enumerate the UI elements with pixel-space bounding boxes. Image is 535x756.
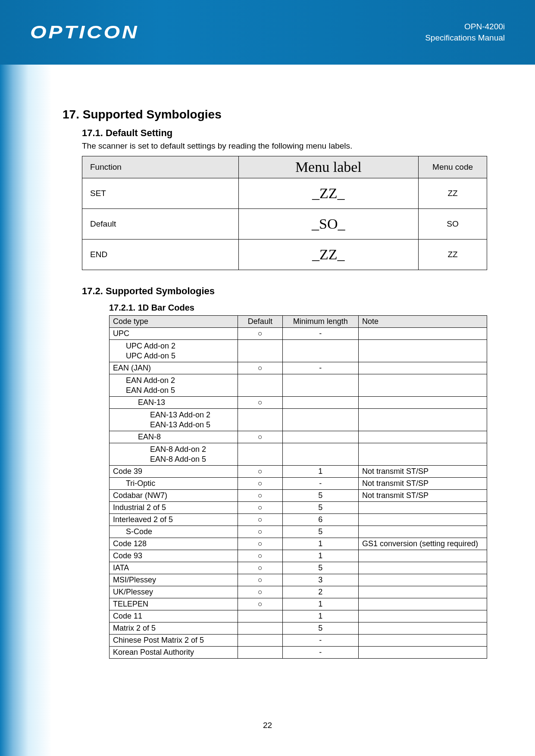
- cell-default: [238, 374, 282, 397]
- table-row: Default_SO_SO: [82, 209, 487, 240]
- manual-subtitle: Specifications Manual: [425, 32, 505, 44]
- cell-code-type: Industrial 2 of 5: [110, 502, 238, 514]
- table-row: EAN-13 Add-on 2EAN-13 Add-on 5: [110, 409, 487, 431]
- symbologies-table: Code type Default Minimum length Note UP…: [109, 315, 487, 659]
- table-row: SET_ZZ_ZZ: [82, 178, 487, 209]
- cell-menu-code: ZZ: [419, 240, 487, 270]
- cell-default: [238, 610, 282, 622]
- cell-code-type: Code 11: [110, 610, 238, 622]
- table-row: EAN-8 Add-on 2EAN-8 Add-on 5: [110, 443, 487, 466]
- cell-menu-label: _ZZ_: [238, 178, 419, 209]
- cell-note: [358, 562, 487, 574]
- cell-min-length: [282, 443, 358, 466]
- cell-note: [358, 550, 487, 562]
- cell-default: [238, 647, 282, 659]
- cell-code-type: Chinese Post Matrix 2 of 5: [110, 635, 238, 647]
- col-menu-code: Menu code: [419, 156, 487, 178]
- cell-function: Default: [82, 209, 239, 240]
- cell-default: ○: [238, 478, 282, 490]
- cell-min-length: 1: [282, 610, 358, 622]
- cell-min-length: 5: [282, 526, 358, 538]
- cell-code-type: EAN-8 Add-on 2EAN-8 Add-on 5: [110, 443, 238, 466]
- cell-menu-label: _SO_: [238, 209, 419, 240]
- cell-code-type: Matrix 2 of 5: [110, 622, 238, 635]
- cell-default: [238, 409, 282, 431]
- cell-min-length: [282, 340, 358, 362]
- cell-note: [358, 502, 487, 514]
- cell-min-length: 1: [282, 598, 358, 610]
- table-row: Industrial 2 of 5○5: [110, 502, 487, 514]
- cell-code-type: Interleaved 2 of 5: [110, 514, 238, 526]
- cell-code-type: IATA: [110, 562, 238, 574]
- cell-note: [358, 514, 487, 526]
- cell-default: ○: [238, 562, 282, 574]
- col-function: Function: [82, 156, 239, 178]
- page-number: 22: [0, 721, 535, 730]
- cell-default: ○: [238, 514, 282, 526]
- cell-code-type: MSI/Plessey: [110, 574, 238, 586]
- table-row: EAN-8○: [110, 431, 487, 443]
- cell-function: SET: [82, 178, 239, 209]
- product-name: OPN-4200i: [425, 21, 505, 32]
- cell-note: [358, 598, 487, 610]
- table-row: S-Code○5: [110, 526, 487, 538]
- table-row: EAN (JAN)○-: [110, 362, 487, 374]
- subsection-17-1-intro: The scanner is set to default settings b…: [82, 141, 496, 151]
- cell-note: [358, 340, 487, 362]
- cell-min-length: [282, 431, 358, 443]
- cell-default: [238, 443, 282, 466]
- cell-default: ○: [238, 574, 282, 586]
- table-row: Code 111: [110, 610, 487, 622]
- cell-code-type: Code 39: [110, 466, 238, 478]
- cell-min-length: [282, 409, 358, 431]
- cell-note: [358, 610, 487, 622]
- cell-note: [358, 397, 487, 409]
- brand-logo: OPTICON: [30, 22, 139, 43]
- page: OPTICON OPN-4200i Specifications Manual …: [0, 0, 535, 756]
- cell-code-type: EAN (JAN): [110, 362, 238, 374]
- cell-code-type: EAN-8: [110, 431, 238, 443]
- cell-min-length: 6: [282, 514, 358, 526]
- cell-note: Not transmit ST/SP: [358, 490, 487, 502]
- subsection-17-1-title: 17.1. Default Setting: [82, 128, 496, 139]
- cell-menu-code: ZZ: [419, 178, 487, 209]
- table-row: Tri-Optic○-Not transmit ST/SP: [110, 478, 487, 490]
- cell-default: ○: [238, 538, 282, 550]
- cell-code-type: Code 93: [110, 550, 238, 562]
- table-header-row: Code type Default Minimum length Note: [110, 316, 487, 328]
- cell-min-length: 5: [282, 622, 358, 635]
- table-row: Korean Postal Authority-: [110, 647, 487, 659]
- cell-default: ○: [238, 598, 282, 610]
- cell-min-length: 1: [282, 538, 358, 550]
- section-title: 17. Supported Symbologies: [63, 108, 496, 121]
- cell-default: [238, 340, 282, 362]
- cell-code-type: Korean Postal Authority: [110, 647, 238, 659]
- table-row: UPC Add-on 2UPC Add-on 5: [110, 340, 487, 362]
- cell-default: ○: [238, 397, 282, 409]
- cell-menu-code: SO: [419, 209, 487, 240]
- cell-note: [358, 586, 487, 598]
- cell-min-length: [282, 374, 358, 397]
- table-row: EAN-13○: [110, 397, 487, 409]
- cell-default: [238, 635, 282, 647]
- cell-min-length: -: [282, 362, 358, 374]
- cell-code-type: EAN-13: [110, 397, 238, 409]
- cell-min-length: -: [282, 478, 358, 490]
- col-default: Default: [238, 316, 282, 328]
- cell-min-length: -: [282, 328, 358, 340]
- table-row: Code 128○1GS1 conversion (setting requir…: [110, 538, 487, 550]
- cell-note: Not transmit ST/SP: [358, 466, 487, 478]
- subsection-17-2-title: 17.2. Supported Symbologies: [82, 286, 496, 297]
- cell-code-type: UPC Add-on 2UPC Add-on 5: [110, 340, 238, 362]
- table-row: END_ZZ_ZZ: [82, 240, 487, 270]
- cell-min-length: -: [282, 647, 358, 659]
- table-header-row: Function Menu label Menu code: [82, 156, 487, 178]
- table-row: Code 93○1: [110, 550, 487, 562]
- cell-default: ○: [238, 550, 282, 562]
- cell-min-length: 2: [282, 586, 358, 598]
- cell-min-length: 5: [282, 490, 358, 502]
- cell-note: [358, 443, 487, 466]
- cell-default: ○: [238, 586, 282, 598]
- cell-min-length: 5: [282, 502, 358, 514]
- cell-default: ○: [238, 526, 282, 538]
